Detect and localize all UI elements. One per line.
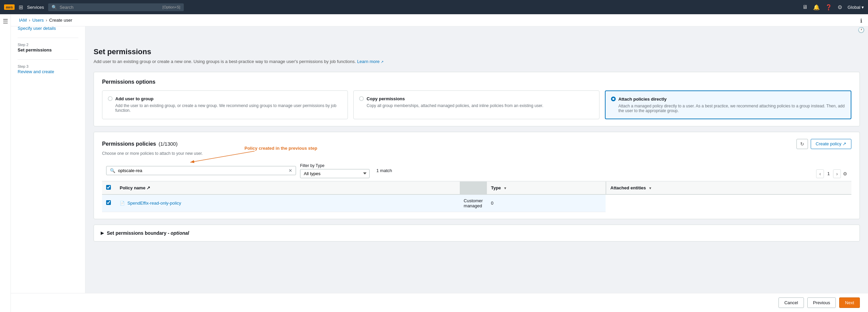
page-title: Set permissions bbox=[94, 47, 860, 56]
perm-option-2-title: Copy permissions bbox=[367, 96, 405, 101]
global-region-button[interactable]: Global ▾ bbox=[848, 5, 864, 10]
filter-label: Filter by Type bbox=[300, 163, 370, 168]
policies-header: Permissions policies (1/1300) ↻ Create p… bbox=[102, 139, 851, 149]
step-3-item: Step 3 Review and create bbox=[18, 64, 78, 74]
create-policy-button[interactable]: Create policy ↗ bbox=[811, 139, 851, 149]
prev-page-button[interactable]: ‹ bbox=[816, 169, 824, 178]
services-button[interactable]: Services bbox=[27, 5, 44, 10]
search-bar[interactable]: 🔍 [Option+S] bbox=[48, 3, 184, 11]
policy-doc-icon: 📄 bbox=[120, 201, 125, 206]
select-all-checkbox[interactable] bbox=[106, 185, 111, 190]
annotation-wrap: Policy created in the previous step 🔍 op… bbox=[102, 161, 851, 212]
step-divider-1 bbox=[18, 38, 78, 38]
row-checkbox[interactable] bbox=[106, 200, 111, 205]
policies-subtitle: Choose one or more policies to attach to… bbox=[102, 151, 851, 156]
permissions-policies-card: Permissions policies (1/1300) ↻ Create p… bbox=[94, 132, 860, 219]
permissions-options-title: Permissions options bbox=[102, 79, 851, 85]
table-row: 📄 SpendEffix-read-only-policy Customer m… bbox=[102, 194, 851, 212]
match-count: 1 match bbox=[376, 168, 392, 173]
policy-table: Policy name ↗ Type ▼ Attached entities bbox=[102, 181, 851, 212]
perm-option-1-title: Add user to group bbox=[115, 96, 154, 101]
column-settings-button[interactable]: ⚙ bbox=[843, 171, 847, 176]
policy-search-input[interactable]: optscale-rea bbox=[118, 168, 286, 173]
table-header-row: Policy name ↗ Type ▼ Attached entities bbox=[102, 181, 851, 194]
th-checkbox bbox=[102, 181, 116, 194]
perm-option-3-header: Attach policies directly bbox=[611, 97, 845, 102]
nav-right: 🖥 🔔 ❓ ⚙ Global ▾ bbox=[802, 4, 864, 11]
table-toolbar: 🔍 optscale-rea ✕ Filter by Type All type… bbox=[102, 161, 851, 181]
previous-button[interactable]: Previous bbox=[807, 297, 836, 308]
permissions-options-card: Permissions options Add user to group Ad… bbox=[94, 72, 860, 126]
row-checkbox-cell[interactable] bbox=[102, 194, 116, 212]
grid-icon[interactable]: ⊞ bbox=[19, 4, 23, 11]
step-3-title: Review and create bbox=[18, 69, 78, 74]
breadcrumb-users[interactable]: Users bbox=[32, 18, 44, 23]
boundary-header[interactable]: ▶ Set permissions boundary - optional bbox=[101, 230, 853, 236]
policy-name-link[interactable]: SpendEffix-read-only-policy bbox=[127, 201, 181, 206]
search-input-wrap[interactable]: 🔍 optscale-rea ✕ bbox=[106, 166, 296, 175]
help-icon[interactable]: ❓ bbox=[825, 4, 832, 11]
search-icon-policies: 🔍 bbox=[110, 168, 115, 173]
hamburger-icon[interactable]: ☰ bbox=[3, 18, 8, 25]
radio-copy bbox=[359, 96, 364, 101]
perm-option-3-desc: Attach a managed policy directly to a us… bbox=[618, 104, 845, 113]
page-number: 1 bbox=[826, 171, 831, 176]
radio-add-group bbox=[108, 96, 113, 101]
breadcrumb-iam[interactable]: IAM bbox=[19, 18, 27, 23]
next-page-button[interactable]: › bbox=[833, 169, 841, 178]
page-wrap: Step 1 Specify user details Step 2 Set p… bbox=[11, 14, 868, 312]
attached-entities-cell: 0 bbox=[487, 194, 606, 212]
type-cell: Customer managed bbox=[460, 194, 487, 212]
policy-table-wrap: Policy name ↗ Type ▼ Attached entities bbox=[102, 181, 851, 212]
perm-option-3-title: Attach policies directly bbox=[618, 97, 667, 102]
radio-attach-directly bbox=[611, 97, 616, 101]
perm-option-1-header: Add user to group bbox=[108, 96, 342, 101]
search-icon: 🔍 bbox=[52, 5, 57, 10]
clock-icon-right[interactable]: 🕐 bbox=[858, 27, 865, 33]
learn-more-link[interactable]: Learn more ↗ bbox=[357, 59, 383, 64]
side-icons: ℹ 🕐 bbox=[854, 14, 868, 37]
policies-count: (1/1300) bbox=[159, 141, 178, 147]
step-1-title[interactable]: Specify user details bbox=[18, 26, 78, 31]
perm-option-2-desc: Copy all group memberships, attached man… bbox=[367, 103, 593, 108]
policy-name-cell: 📄 SpendEffix-read-only-policy bbox=[116, 194, 460, 212]
permissions-options-list: Add user to group Add the user to an exi… bbox=[102, 90, 851, 119]
cancel-button[interactable]: Cancel bbox=[778, 297, 804, 308]
next-button[interactable]: Next bbox=[839, 297, 860, 308]
policies-title-wrap: Permissions policies (1/1300) bbox=[102, 141, 178, 147]
breadcrumb-sep-1: › bbox=[29, 18, 30, 23]
monitor-icon[interactable]: 🖥 bbox=[802, 4, 808, 10]
breadcrumb-current: Create user bbox=[49, 18, 72, 23]
search-shortcut: [Option+S] bbox=[162, 5, 180, 9]
page-footer: Cancel Previous Next bbox=[11, 293, 868, 312]
content-area: Set permissions Add user to an existing … bbox=[85, 27, 868, 312]
th-attached-entities[interactable]: Attached entities ▼ bbox=[606, 181, 851, 194]
pagination-row: ‹ 1 › ⚙ bbox=[816, 169, 847, 178]
sidebar: ☰ bbox=[0, 14, 11, 312]
breadcrumb-sep-2: › bbox=[46, 18, 47, 23]
step-3-label: Step 3 bbox=[18, 64, 78, 68]
search-input[interactable] bbox=[60, 5, 160, 10]
filter-type-select[interactable]: All types AWS managed - job function AWS… bbox=[300, 169, 370, 178]
th-type[interactable]: Type ▼ bbox=[487, 181, 606, 194]
bell-icon[interactable]: 🔔 bbox=[813, 4, 820, 11]
perm-option-copy[interactable]: Copy permissions Copy all group membersh… bbox=[353, 90, 599, 119]
info-icon-right[interactable]: ℹ bbox=[858, 18, 865, 24]
expand-icon: ▶ bbox=[101, 230, 104, 235]
th-divider-1 bbox=[460, 181, 487, 194]
top-navigation: aws ⊞ Services 🔍 [Option+S] 🖥 🔔 ❓ ⚙ Glob… bbox=[0, 0, 868, 14]
filter-group: Filter by Type All types AWS managed - j… bbox=[300, 163, 370, 178]
perm-option-2-header: Copy permissions bbox=[359, 96, 593, 101]
step-divider-2 bbox=[18, 59, 78, 60]
breadcrumb: IAM › Users › Create user bbox=[11, 14, 868, 26]
aws-logo[interactable]: aws bbox=[4, 4, 15, 10]
perm-option-add-group[interactable]: Add user to group Add the user to an exi… bbox=[102, 90, 348, 119]
perm-option-attach-directly[interactable]: Attach policies directly Attach a manage… bbox=[605, 90, 851, 119]
refresh-button[interactable]: ↻ bbox=[796, 139, 808, 149]
settings-icon[interactable]: ⚙ bbox=[837, 4, 842, 11]
permissions-boundary-section: ▶ Set permissions boundary - optional bbox=[94, 225, 860, 242]
step-2-label: Step 2 bbox=[18, 43, 78, 47]
policies-title: Permissions policies bbox=[102, 141, 156, 147]
th-policy-name[interactable]: Policy name ↗ bbox=[116, 181, 460, 194]
clear-search-icon[interactable]: ✕ bbox=[289, 168, 292, 173]
